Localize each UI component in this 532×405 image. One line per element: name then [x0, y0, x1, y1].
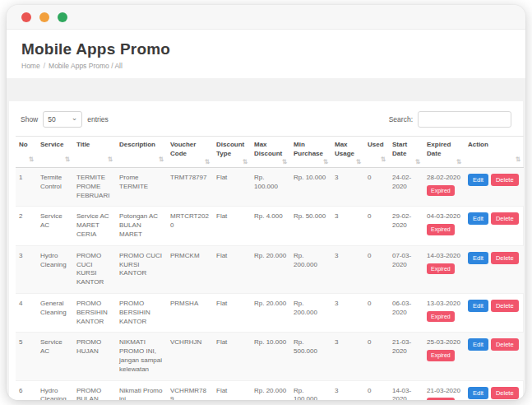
cell-expired-date: 25-03-2020 Expired: [423, 333, 465, 380]
column-header[interactable]: Action ⇅: [465, 137, 524, 168]
close-window-dot[interactable]: [21, 12, 31, 22]
cell-service: Hydro Cleaning: [37, 245, 73, 293]
cell-description: Prome TERMITE: [116, 168, 167, 207]
cell-min-purchase: Rp. 10.000: [290, 168, 331, 207]
cell-action: EditDelete: [465, 245, 524, 293]
sort-icon[interactable]: ⇅: [243, 159, 247, 165]
edit-button[interactable]: Edit: [468, 338, 488, 351]
column-header-label: Max Usage: [335, 141, 361, 159]
table-row: 3 Hydro Cleaning PROMO CUCI KURSI KANTOR…: [16, 245, 524, 293]
table-row: 4 General Cleaning PROMO BERSIHIN KANTOR…: [16, 294, 524, 333]
sort-icon[interactable]: ⇅: [415, 159, 420, 165]
column-header-label: Max Discount: [254, 141, 287, 159]
promo-table-body: 1 Termite Control TERMITE PROME FEBRUARI…: [16, 168, 524, 400]
show-entries-control: Show 50 ⌄ entries: [21, 111, 109, 128]
search-input[interactable]: [418, 111, 511, 128]
delete-button[interactable]: Delete: [491, 212, 519, 225]
cell-discount-type: Flat: [213, 294, 251, 333]
column-header[interactable]: Discount Type ⇅: [213, 137, 251, 168]
sort-icon[interactable]: ⇅: [323, 159, 328, 165]
cell-title: TERMITE PROME FEBRUARI: [73, 168, 116, 207]
column-header[interactable]: Start Date ⇅: [389, 137, 423, 168]
sort-icon[interactable]: ⇅: [159, 156, 164, 163]
sort-icon[interactable]: ⇅: [29, 156, 34, 163]
expired-badge: Expired: [427, 224, 455, 235]
cell-voucher-code: VCHRHJN: [167, 333, 213, 380]
page-header: Mobile Apps Promo Home/Mobile Apps Promo…: [7, 30, 525, 78]
cell-voucher-code: VCHRMR789: [167, 380, 213, 400]
cell-max-usage: 3: [331, 294, 364, 333]
column-header[interactable]: Description ⇅: [116, 137, 167, 168]
cell-max-discount: Rp. 20.000: [251, 294, 290, 333]
column-header[interactable]: Title ⇅: [73, 137, 116, 168]
edit-button[interactable]: Edit: [468, 212, 488, 225]
column-header[interactable]: Min Purchase ⇅: [290, 137, 331, 168]
cell-action: EditDelete: [465, 294, 524, 333]
cell-description: NIKMATI PROMO INI, jangan sampai kelewat…: [116, 333, 167, 380]
breadcrumb-separator: /: [44, 62, 45, 70]
search-control: Search:: [389, 111, 511, 128]
delete-button[interactable]: Delete: [491, 387, 519, 399]
cell-voucher-code: PRMCKM: [167, 245, 213, 293]
column-header-label: Discount Type: [216, 141, 247, 159]
cell-start-date: 29-02-2020: [389, 207, 423, 245]
entries-label: entries: [87, 115, 109, 123]
delete-button[interactable]: Delete: [491, 338, 519, 351]
cell-service: Service AC: [37, 333, 73, 380]
edit-button[interactable]: Edit: [468, 252, 488, 264]
show-label: Show: [21, 115, 38, 123]
expired-badge: Expired: [427, 263, 455, 274]
sort-icon[interactable]: ⇅: [516, 156, 520, 163]
delete-button[interactable]: Delete: [491, 300, 519, 312]
cell-voucher-code: MRTCRT2020: [167, 207, 213, 245]
promo-table-card: Show 50 ⌄ entries Search:: [9, 101, 523, 400]
edit-button[interactable]: Edit: [468, 174, 488, 186]
cell-service: General Cleaning: [37, 294, 73, 333]
sort-icon[interactable]: ⇅: [65, 156, 70, 163]
cell-max-usage: 3: [331, 245, 364, 293]
cell-max-discount: Rp. 20.000: [251, 380, 290, 400]
column-header[interactable]: No ⇅: [16, 137, 37, 168]
entries-select[interactable]: 50 ⌄: [43, 111, 82, 128]
column-header-label: Expired Date: [427, 141, 461, 159]
sort-icon[interactable]: ⇅: [456, 159, 461, 165]
expired-date-text: 21-03-2020: [427, 387, 460, 394]
delete-button[interactable]: Delete: [491, 174, 519, 186]
cell-title: PROMO BULAN MARET: [73, 380, 116, 400]
cell-no: 5: [16, 333, 37, 380]
sort-icon[interactable]: ⇅: [381, 156, 386, 163]
cell-max-usage: 3: [331, 380, 364, 400]
edit-button[interactable]: Edit: [468, 300, 488, 312]
maximize-window-dot[interactable]: [58, 12, 67, 22]
cell-used: 0: [364, 168, 389, 207]
sort-icon[interactable]: ⇅: [205, 159, 210, 165]
column-header[interactable]: Voucher Code ⇅: [167, 137, 213, 168]
expired-date-text: 14-03-2020: [427, 252, 460, 259]
column-header-label: Min Purchase: [294, 141, 328, 159]
delete-button[interactable]: Delete: [491, 252, 519, 264]
cell-used: 0: [364, 333, 389, 380]
edit-button[interactable]: Edit: [468, 387, 488, 399]
expired-badge: Expired: [427, 398, 455, 400]
column-header[interactable]: Expired Date ⇅: [423, 137, 465, 168]
breadcrumb-link-home[interactable]: Home: [21, 62, 40, 70]
column-header[interactable]: Service ⇅: [37, 137, 73, 168]
cell-min-purchase: Rp. 200.000: [290, 245, 331, 293]
cell-start-date: 21-03-2020: [389, 333, 423, 380]
sort-icon[interactable]: ⇅: [282, 159, 287, 165]
sort-icon[interactable]: ⇅: [108, 156, 113, 163]
cell-max-usage: 3: [331, 207, 364, 245]
expired-badge: Expired: [427, 185, 455, 196]
cell-description: PROMO CUCI KURSI KANTOR: [116, 245, 167, 293]
column-header-label: No: [19, 141, 34, 150]
column-header[interactable]: Used ⇅: [364, 137, 389, 168]
column-header[interactable]: Max Discount ⇅: [251, 137, 290, 168]
cell-no: 4: [16, 294, 37, 333]
minimize-window-dot[interactable]: [39, 12, 49, 22]
cell-discount-type: Flat: [213, 207, 251, 245]
cell-description: Nikmati Promo ini: [116, 380, 167, 400]
sort-icon[interactable]: ⇅: [356, 159, 361, 165]
cell-min-purchase: Rp. 200.000: [290, 294, 331, 333]
column-header[interactable]: Max Usage ⇅: [331, 137, 364, 168]
cell-description: Potongan AC BULAN MARET: [116, 207, 167, 245]
